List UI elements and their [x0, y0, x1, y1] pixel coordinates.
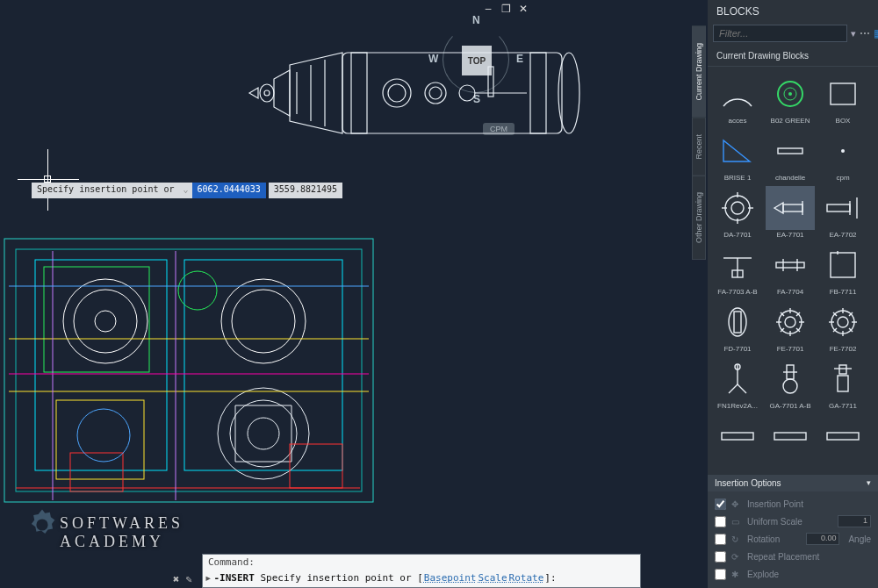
- block-thumbnail: [766, 357, 815, 401]
- option-checkbox[interactable]: [715, 569, 726, 580]
- command-option-rotate[interactable]: Rotate: [508, 572, 545, 584]
- svg-point-25: [218, 388, 309, 479]
- svg-rect-35: [290, 444, 342, 488]
- option-checkbox[interactable]: [715, 516, 726, 527]
- tab-other-drawing[interactable]: Other Drawing: [692, 176, 706, 260]
- block-BRISE 1[interactable]: BRISE 1: [713, 129, 762, 184]
- svg-rect-46: [778, 148, 802, 154]
- block-label: [818, 458, 867, 462]
- command-option-scale[interactable]: Scale: [477, 572, 507, 584]
- block-FB-7711[interactable]: FB-7711: [818, 243, 867, 298]
- block-thumbnail: [713, 72, 762, 116]
- insertion-option-explode[interactable]: ✱Explode: [715, 565, 871, 583]
- tab-recent[interactable]: Recent: [692, 118, 706, 176]
- block-label: BRISE 1: [713, 173, 762, 184]
- svg-rect-65: [831, 253, 855, 277]
- insertion-option-uniform-scale[interactable]: ▭Uniform Scale1: [715, 513, 871, 530]
- svg-rect-97: [722, 433, 753, 440]
- command-history-line: Command:: [203, 555, 640, 570]
- svg-rect-16: [4, 239, 373, 502]
- block-label: FA-7703 A-B: [713, 287, 762, 298]
- option-value[interactable]: 0.00: [806, 533, 839, 545]
- svg-rect-99: [827, 433, 859, 440]
- filter-settings-icon[interactable]: ⋯: [860, 25, 870, 41]
- option-checkbox[interactable]: [715, 534, 726, 545]
- block-label: EA-7701: [766, 230, 815, 241]
- drawing-canvas[interactable]: – ❐ ✕ TOP N S E W CPM: [0, 0, 708, 588]
- insertion-option-repeat-placement[interactable]: ⟳Repeat Placement: [715, 548, 871, 565]
- svg-rect-6: [351, 53, 367, 133]
- filter-dropdown-icon[interactable]: ▾: [851, 28, 856, 39]
- block-DA-7701[interactable]: DA-7701: [713, 186, 762, 241]
- option-icon: ✥: [731, 499, 742, 509]
- block-thumbnail: [818, 72, 867, 116]
- dynamic-input[interactable]: Specify insertion point or ⌄ 6062.044403…: [32, 183, 342, 198]
- block-GA-7701 A-B[interactable]: GA-7701 A-B: [766, 357, 815, 412]
- svg-rect-28: [44, 267, 149, 372]
- insertion-option-insertion-point[interactable]: ✥Insertion Point: [715, 495, 871, 513]
- dynamic-input-y[interactable]: 3559.8821495: [269, 183, 342, 198]
- block-thumbnail: [713, 300, 762, 344]
- svg-point-67: [729, 308, 746, 336]
- block-B02 GREEN[interactable]: B02 GREEN: [766, 72, 815, 127]
- svg-point-13: [459, 85, 475, 101]
- dynamic-input-options-icon[interactable]: ⌄: [180, 183, 192, 198]
- commandline-customize[interactable]: ✖ ✎: [173, 573, 199, 585]
- option-value[interactable]: 1: [838, 515, 871, 527]
- block-label: FN1Rev2A...: [713, 401, 762, 412]
- option-label: Uniform Scale: [747, 517, 802, 527]
- block-FE-7702[interactable]: FE-7702: [818, 300, 867, 355]
- block-label: FA-7704: [766, 287, 815, 298]
- insertion-options-header[interactable]: Insertion Options▾: [708, 475, 878, 491]
- insertion-options-panel: Insertion Options▾ ✥Insertion Point▭Unif…: [708, 475, 878, 588]
- filter-input[interactable]: [713, 25, 847, 42]
- block-GA-7711[interactable]: GA-7711: [818, 357, 867, 412]
- svg-point-24: [232, 290, 295, 353]
- block-cpm[interactable]: cpm: [818, 129, 867, 184]
- block-FD-7701[interactable]: FD-7701: [713, 300, 762, 355]
- block-thumbnail: [713, 357, 762, 401]
- close-button[interactable]: ✕: [518, 4, 529, 14]
- block-acces[interactable]: acces: [713, 72, 762, 127]
- svg-point-10: [388, 84, 406, 102]
- block-thumbnail: [766, 186, 815, 230]
- command-tail: ]:: [544, 572, 556, 584]
- option-suffix: Angle: [848, 534, 871, 544]
- tab-current-drawing[interactable]: Current Drawing: [692, 26, 706, 118]
- block-EA-7702[interactable]: EA-7702: [818, 186, 867, 241]
- block-chandelle[interactable]: chandelle: [766, 129, 815, 184]
- svg-point-44: [788, 92, 792, 96]
- option-checkbox[interactable]: [715, 498, 726, 510]
- block-FA-7704[interactable]: FA-7704: [766, 243, 815, 298]
- filter-view-icon[interactable]: ▦: [874, 25, 878, 41]
- block-thumbnail: [713, 414, 762, 458]
- block-thumbnail: [766, 414, 815, 458]
- option-label: Explode: [747, 570, 779, 579]
- restore-button[interactable]: ❐: [500, 4, 511, 14]
- block-hbar-w[interactable]: [713, 414, 762, 462]
- svg-point-92: [783, 379, 797, 393]
- command-line[interactable]: ✖ ✎ Command: ▸ -INSERT Specify insertion…: [202, 554, 641, 588]
- svg-rect-7: [530, 53, 546, 133]
- block-BOX[interactable]: BOX: [818, 72, 867, 127]
- watermark-line2: ACADEMY: [60, 533, 184, 551]
- insertion-option-rotation[interactable]: ↻Rotation0.00Angle: [715, 530, 871, 548]
- viewcube-north[interactable]: N: [472, 14, 480, 26]
- block-FN1Rev2A...[interactable]: FN1Rev2A...: [713, 357, 762, 412]
- minimize-button[interactable]: –: [483, 4, 493, 14]
- command-option-basepoint[interactable]: Basepoint: [423, 572, 478, 584]
- block-FE-7701[interactable]: FE-7701: [766, 300, 815, 355]
- block-thumbnail: [766, 129, 815, 173]
- block-EA-7701[interactable]: EA-7701: [766, 186, 815, 241]
- block-hbar-w[interactable]: [818, 414, 867, 462]
- block-FA-7703 A-B[interactable]: FA-7703 A-B: [713, 243, 762, 298]
- block-label: FE-7701: [766, 344, 815, 355]
- block-grid: accesB02 GREENBOXBRISE 1chandellecpmDA-7…: [708, 67, 878, 475]
- option-checkbox[interactable]: [715, 551, 726, 563]
- svg-rect-45: [831, 83, 855, 104]
- svg-rect-94: [839, 365, 846, 374]
- block-label: FD-7701: [713, 344, 762, 355]
- svg-rect-95: [838, 376, 848, 391]
- dynamic-input-x[interactable]: 6062.0444033: [192, 183, 266, 198]
- block-hbar-w[interactable]: [766, 414, 815, 462]
